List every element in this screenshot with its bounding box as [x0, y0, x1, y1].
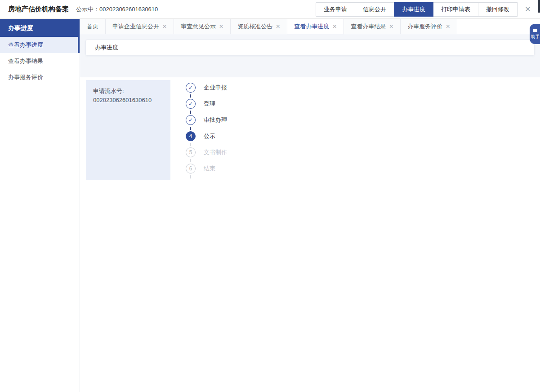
- sidebar: 办事进度 查看办事进度 查看办事结果 办事服务评价: [0, 19, 80, 392]
- step-label: 企业申报: [204, 83, 227, 93]
- tab[interactable]: 审查意见公示 ✕: [174, 19, 231, 34]
- serial-label: 申请流水号:: [93, 87, 163, 96]
- header-action-button[interactable]: 撤回修改: [478, 2, 518, 17]
- app-header: 房地产估价机构备案 公示中：002023062601630610 业务申请 信息…: [0, 0, 540, 19]
- sidebar-item-label: 查看办事进度: [8, 41, 43, 48]
- progress-step: ✓ 审批办理: [186, 115, 227, 131]
- tab-close-icon[interactable]: ✕: [332, 24, 337, 29]
- tab-label: 审查意见公示: [181, 22, 216, 31]
- sidebar-title: 办事进度: [0, 19, 80, 37]
- header-action-button-label: 业务申请: [324, 5, 347, 13]
- sidebar-item[interactable]: 查看办事结果: [0, 53, 80, 69]
- step-label: 公示: [204, 131, 215, 141]
- step-label: 结束: [204, 164, 215, 174]
- progress-steps: ✓ 企业申报 ✓ 受理 ✓ 审批办理 4 公示: [186, 83, 227, 180]
- tab-label: 资质核准公告: [237, 22, 272, 31]
- status-label: 公示中：: [76, 6, 99, 13]
- tab-close-icon[interactable]: ✕: [389, 24, 393, 29]
- step-label: 文书制作: [204, 147, 227, 157]
- tab[interactable]: 查看办事结果 ✕: [344, 19, 401, 34]
- header-button-group: 业务申请 信息公开 办事进度 打印申请表 撤回修改: [316, 2, 518, 17]
- chat-icon: [533, 29, 538, 33]
- header-action-button-label: 办事进度: [402, 5, 425, 13]
- tab-label: 申请企业信息公开: [112, 22, 159, 31]
- step-state-icon: 4: [186, 131, 196, 141]
- tab[interactable]: 申请企业信息公开 ✕: [106, 19, 174, 34]
- tab[interactable]: 首页: [80, 19, 106, 34]
- tab-label: 办事服务评价: [407, 22, 442, 31]
- header-action-button[interactable]: 办事进度: [394, 2, 433, 17]
- content-area: 申请流水号: 002023062601630610 ✓ 企业申报 ✓ 受理 ✓ …: [80, 77, 540, 392]
- progress-step: ✓ 受理: [186, 99, 227, 115]
- panel-title: 办事进度: [95, 44, 118, 52]
- scrollbar-thumb[interactable]: [538, 0, 540, 13]
- tab[interactable]: 查看办事进度 ✕: [287, 19, 344, 34]
- tab-close-icon[interactable]: ✕: [446, 24, 450, 29]
- step-state-icon: 6: [186, 164, 196, 174]
- header-action-button[interactable]: 打印申请表: [433, 2, 478, 17]
- assistant-button[interactable]: 助手: [530, 24, 540, 44]
- tab[interactable]: 资质核准公告 ✕: [231, 19, 287, 34]
- header-action-button[interactable]: 业务申请: [316, 2, 355, 17]
- sidebar-item[interactable]: 查看办事进度: [0, 37, 80, 53]
- assistant-label: 助手: [531, 34, 540, 39]
- app-title: 房地产估价机构备案: [8, 5, 69, 13]
- progress-step: 4 公示: [186, 131, 227, 147]
- step-state-icon: ✓: [186, 115, 196, 125]
- progress-step: ✓ 企业申报: [186, 83, 227, 99]
- main-area: 首页 申请企业信息公开 ✕ 审查意见公示 ✕ 资质核准公告 ✕ 查看办事进度 ✕: [80, 19, 540, 392]
- tab[interactable]: 办事服务评价 ✕: [401, 19, 457, 34]
- close-icon[interactable]: ✕: [520, 2, 536, 17]
- status-serial-number: 002023062601630610: [99, 6, 158, 13]
- step-state-icon: ✓: [186, 83, 196, 93]
- tab-close-icon[interactable]: ✕: [162, 24, 167, 29]
- status-text: 公示中：002023062601630610: [76, 5, 158, 13]
- step-state-icon: 5: [186, 147, 196, 157]
- panel-header: 办事进度: [85, 40, 535, 56]
- tab-close-icon[interactable]: ✕: [219, 24, 223, 29]
- step-state-icon: ✓: [186, 99, 196, 109]
- header-action-button[interactable]: 信息公开: [355, 2, 394, 17]
- tab-label: 首页: [87, 22, 98, 31]
- progress-step: 6 结束: [186, 164, 227, 180]
- header-action-button-label: 打印申请表: [441, 5, 470, 13]
- sidebar-item-label: 办事服务评价: [8, 74, 43, 80]
- progress-step: 5 文书制作: [186, 147, 227, 164]
- header-action-button-label: 撤回修改: [486, 5, 509, 13]
- sidebar-item-label: 查看办事结果: [8, 58, 43, 64]
- tab-label: 查看办事结果: [351, 22, 386, 31]
- tab-bar: 首页 申请企业信息公开 ✕ 审查意见公示 ✕ 资质核准公告 ✕ 查看办事进度 ✕: [80, 19, 540, 34]
- step-label: 受理: [204, 99, 215, 109]
- tab-label: 查看办事进度: [294, 22, 329, 31]
- sidebar-item[interactable]: 办事服务评价: [0, 69, 80, 85]
- serial-value: 002023062601630610: [93, 96, 163, 105]
- tab-close-icon[interactable]: ✕: [276, 24, 280, 29]
- header-action-button-label: 信息公开: [363, 5, 386, 13]
- serial-info-box: 申请流水号: 002023062601630610: [86, 80, 170, 180]
- step-label: 审批办理: [204, 115, 227, 125]
